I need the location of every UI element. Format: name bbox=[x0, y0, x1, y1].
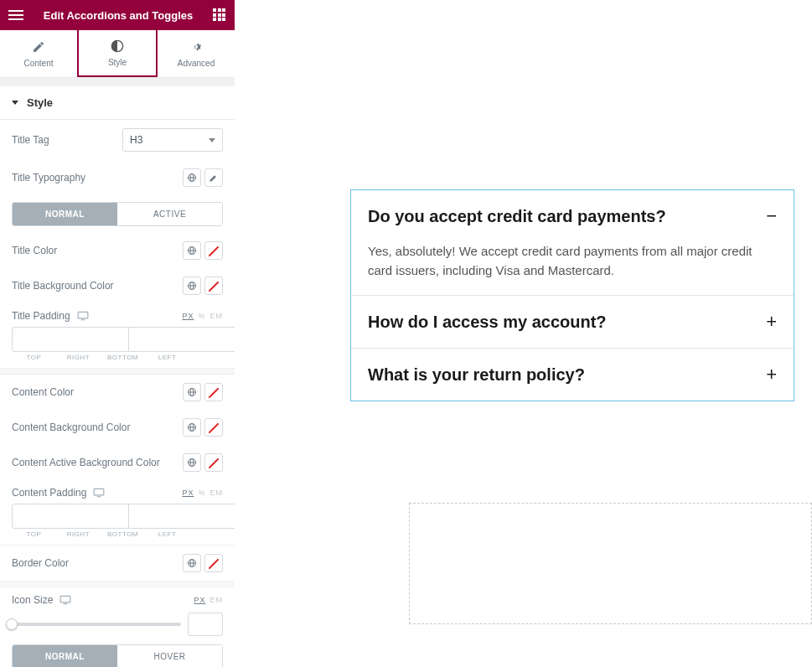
unit-em[interactable]: EM bbox=[210, 312, 224, 320]
state-normal[interactable]: NORMAL bbox=[13, 203, 117, 225]
unit-pct[interactable]: % bbox=[198, 489, 205, 497]
title-padding-inputs bbox=[12, 327, 223, 352]
globe-button[interactable] bbox=[183, 418, 201, 437]
tab-advanced[interactable]: Advanced bbox=[158, 30, 235, 77]
section-style-head[interactable]: Style bbox=[0, 86, 235, 120]
unit-pct[interactable]: % bbox=[198, 312, 205, 320]
desktop-icon[interactable] bbox=[59, 595, 71, 605]
content-active-bg-color-picker[interactable] bbox=[204, 453, 223, 472]
accordion-item: Do you accept credit card payments? − Ye… bbox=[351, 190, 794, 296]
title-padding-right[interactable] bbox=[129, 327, 235, 352]
globe-icon bbox=[187, 458, 197, 468]
divider bbox=[0, 581, 235, 587]
title-color-picker[interactable] bbox=[204, 241, 223, 260]
control-content-bg-color: Content Background Color bbox=[0, 410, 235, 445]
unit-px[interactable]: PX bbox=[182, 489, 194, 497]
unit-px[interactable]: PX bbox=[182, 312, 194, 320]
globe-icon bbox=[187, 422, 197, 432]
control-title-color: Title Color bbox=[0, 233, 235, 268]
state-active[interactable]: ACTIVE bbox=[117, 203, 222, 225]
desktop-icon[interactable] bbox=[93, 488, 105, 498]
content-padding-right[interactable] bbox=[129, 504, 235, 529]
accordion-title: Do you accept credit card payments? bbox=[368, 207, 666, 226]
state-hover[interactable]: HOVER bbox=[117, 645, 222, 667]
slider-thumb[interactable] bbox=[6, 618, 18, 630]
pencil-icon bbox=[32, 40, 45, 54]
minus-icon: − bbox=[766, 205, 777, 227]
icon-size-input[interactable] bbox=[188, 613, 223, 636]
unit-em[interactable]: EM bbox=[210, 596, 224, 604]
svg-rect-26 bbox=[61, 596, 71, 602]
content-padding-labels: TOPRIGHTBOTTOMLEFT bbox=[12, 530, 223, 538]
control-border-color: Border Color bbox=[0, 545, 235, 581]
border-color-picker[interactable] bbox=[204, 554, 223, 572]
state-normal[interactable]: NORMAL bbox=[13, 645, 117, 667]
content-padding-inputs bbox=[12, 504, 223, 529]
empty-section-dropzone[interactable] bbox=[409, 503, 812, 624]
icon-size-slider-row bbox=[12, 613, 223, 636]
title-tag-select[interactable]: H3 bbox=[122, 128, 223, 152]
svg-rect-10 bbox=[78, 312, 88, 318]
globe-icon bbox=[187, 558, 197, 568]
menu-icon[interactable] bbox=[8, 8, 23, 23]
globe-icon bbox=[187, 246, 197, 256]
plus-icon: + bbox=[766, 364, 777, 385]
tab-content[interactable]: Content bbox=[0, 30, 77, 77]
control-title-typography: Title Typography bbox=[0, 160, 235, 195]
globe-button[interactable] bbox=[183, 453, 201, 472]
control-content-active-bg-color: Content Active Background Color bbox=[0, 445, 235, 480]
svg-rect-21 bbox=[95, 489, 105, 495]
panel-tabs: Content Style Advanced bbox=[0, 30, 235, 78]
accordion-body: Yes, absolutely! We accept credit card p… bbox=[351, 242, 794, 295]
globe-icon bbox=[187, 173, 197, 183]
unit-em[interactable]: EM bbox=[210, 489, 224, 497]
title-bg-color-picker[interactable] bbox=[204, 277, 223, 295]
control-icon-size-head: Icon Size PX EM bbox=[0, 587, 235, 608]
accordion-header[interactable]: How do I access my account? + bbox=[351, 296, 794, 348]
desktop-icon[interactable] bbox=[77, 311, 89, 321]
edit-typography-button[interactable] bbox=[204, 168, 223, 187]
title-padding-top[interactable] bbox=[12, 327, 129, 352]
gear-icon bbox=[189, 40, 203, 54]
tabs-strip bbox=[0, 78, 235, 86]
globe-button[interactable] bbox=[183, 277, 201, 295]
accordion-item: What is your return policy? + bbox=[351, 349, 794, 401]
panel-title: Edit Accordions and Toggles bbox=[23, 9, 213, 22]
globe-button[interactable] bbox=[183, 383, 201, 401]
accordion-item: How do I access my account? + bbox=[351, 296, 794, 349]
unit-px[interactable]: PX bbox=[194, 596, 205, 604]
half-circle-icon bbox=[111, 39, 124, 53]
state-toggle-title: NORMAL ACTIVE bbox=[12, 202, 223, 226]
control-content-padding-head: Content Padding PX % EM bbox=[0, 480, 235, 500]
accordion-header[interactable]: Do you accept credit card payments? − bbox=[351, 190, 794, 242]
widgets-grid-icon[interactable] bbox=[213, 8, 226, 22]
divider bbox=[0, 368, 235, 375]
editor-canvas: Do you accept credit card payments? − Ye… bbox=[235, 0, 812, 667]
control-title-bg-color: Title Background Color bbox=[0, 268, 235, 303]
globe-button[interactable] bbox=[183, 241, 201, 260]
content-padding-top[interactable] bbox=[12, 504, 129, 529]
chevron-down-icon bbox=[209, 138, 215, 142]
caret-down-icon bbox=[12, 101, 18, 105]
globe-icon bbox=[187, 387, 197, 397]
pencil-icon bbox=[209, 173, 219, 183]
content-bg-color-picker[interactable] bbox=[204, 418, 223, 437]
content-color-picker[interactable] bbox=[204, 383, 223, 401]
panel-topbar: Edit Accordions and Toggles bbox=[0, 0, 235, 30]
title-padding-labels: TOPRIGHTBOTTOMLEFT bbox=[12, 354, 223, 361]
accordion-title: What is your return policy? bbox=[368, 365, 585, 385]
control-title-tag: Title Tag H3 bbox=[0, 120, 235, 160]
accordion-widget[interactable]: Do you accept credit card payments? − Ye… bbox=[350, 189, 794, 401]
state-toggle-icon: NORMAL HOVER bbox=[12, 644, 223, 667]
globe-icon bbox=[187, 281, 197, 291]
icon-size-slider[interactable] bbox=[12, 623, 181, 626]
accordion-header[interactable]: What is your return policy? + bbox=[351, 349, 794, 401]
globe-button[interactable] bbox=[183, 554, 201, 572]
control-title-padding-head: Title Padding PX % EM bbox=[0, 303, 235, 323]
accordion-title: How do I access my account? bbox=[368, 313, 607, 332]
plus-icon: + bbox=[766, 311, 777, 333]
tab-style[interactable]: Style bbox=[77, 29, 158, 77]
globe-button[interactable] bbox=[183, 168, 201, 187]
control-content-color: Content Color bbox=[0, 375, 235, 410]
